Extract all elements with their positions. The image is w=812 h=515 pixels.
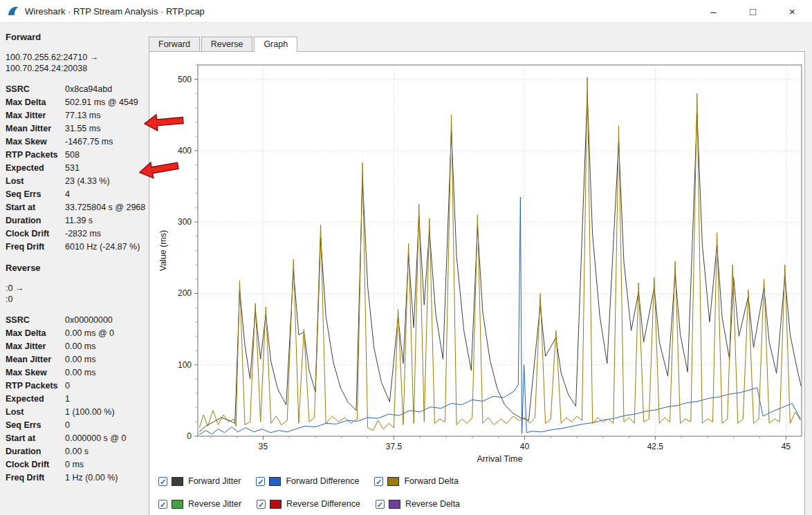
stat-row: Max Jitter77.13 ms [6, 109, 148, 122]
color-swatch-reverse-delta [389, 500, 400, 509]
checkbox-forward-difference[interactable]: ✓ [256, 477, 265, 486]
reverse-heading: Reverse [6, 263, 148, 273]
rtp-graph-chart[interactable]: 01002003004005003537.54042.545Value (ms)… [155, 57, 805, 472]
stat-row: Freq Drift1 Hz (0.00 %) [6, 471, 148, 485]
stat-row: Freq Drift6010 Hz (-24.87 %) [6, 241, 148, 254]
svg-text:Value (ms): Value (ms) [158, 230, 168, 272]
stat-label: Clock Drift [6, 227, 65, 241]
analysis-main-area: ForwardReverseGraph 01002003004005003537… [149, 37, 806, 515]
legend-row: ✓Reverse Jitter✓Reverse Difference✓Rever… [158, 497, 804, 511]
stat-row: Clock Drift-2832 ms [6, 227, 148, 241]
stat-label: Max Delta [6, 96, 65, 109]
close-button[interactable]: × [773, 0, 812, 22]
stat-row: SSRC0x00000000 [6, 314, 148, 327]
stat-value: 6010 Hz (-24.87 %) [65, 241, 148, 254]
stat-value: 502.91 ms @ 4549 [65, 96, 148, 109]
stat-row: RTP Packets0 [6, 380, 148, 393]
forward-address-destination: 100.70.254.24:20038 [6, 63, 148, 74]
stat-label: Lost [6, 175, 65, 188]
stat-label: Seq Errs [6, 419, 65, 432]
stat-row: Max Skew0.00 ms [6, 366, 148, 380]
stat-row: Max Delta502.91 ms @ 4549 [6, 96, 148, 109]
stat-row: SSRC0x8ca94abd [6, 83, 148, 96]
stat-label: SSRC [6, 83, 65, 96]
checkbox-reverse-difference[interactable]: ✓ [257, 500, 266, 509]
stat-value: 0 ms [65, 458, 148, 471]
maximize-button[interactable]: □ [733, 0, 773, 22]
stat-value: -1467.75 ms [65, 135, 148, 149]
checkbox-forward-jitter[interactable]: ✓ [158, 477, 167, 486]
stat-row: Seq Errs4 [6, 188, 148, 201]
stat-label: RTP Packets [6, 149, 65, 162]
color-swatch-forward-delta [387, 477, 399, 486]
stat-label: Start at [6, 432, 65, 445]
svg-text:Arrival Time: Arrival Time [477, 454, 523, 464]
stat-row: Mean Jitter0.00 ms [6, 353, 148, 366]
stat-value: 0.00 s [65, 445, 148, 458]
window-controls: – □ × [694, 0, 812, 22]
legend-item-reverse-jitter: ✓Reverse Jitter [158, 499, 241, 509]
stat-row: Max Delta0.00 ms @ 0 [6, 327, 148, 340]
legend-label: Forward Jitter [188, 476, 241, 486]
stat-row: Expected1 [6, 393, 148, 406]
stream-stats-sidebar: Forward 100.70.255.62:24710 → 100.70.254… [0, 22, 148, 515]
stat-value: -2832 ms [65, 227, 148, 241]
stat-label: Clock Drift [6, 458, 65, 471]
color-swatch-reverse-jitter [172, 500, 183, 509]
stat-row: Max Jitter0.00 ms [6, 340, 148, 353]
stat-label: Seq Errs [6, 188, 65, 201]
stat-row: Start at33.725804 s @ 2968 [6, 201, 148, 214]
stat-row: Duration11.39 s [6, 214, 148, 227]
reverse-address: :0 → :0 [6, 283, 148, 305]
tab-forward[interactable]: Forward [149, 37, 200, 52]
stat-value: 33.725804 s @ 2968 [65, 201, 148, 214]
stat-value: 0x00000000 [65, 314, 148, 327]
legend-label: Forward Difference [286, 476, 359, 486]
stat-row: Start at0.000000 s @ 0 [6, 432, 148, 445]
stat-row: RTP Packets508 [6, 149, 148, 162]
legend-item-forward-difference: ✓Forward Difference [256, 476, 359, 486]
checkbox-forward-delta[interactable]: ✓ [374, 477, 383, 486]
stat-value: 0x8ca94abd [65, 83, 148, 96]
tab-reverse[interactable]: Reverse [201, 37, 253, 52]
stat-label: Max Skew [6, 135, 65, 149]
stat-label: Max Jitter [6, 109, 65, 122]
stat-label: Expected [6, 162, 65, 175]
stat-label: Freq Drift [6, 471, 65, 485]
stat-value: 11.39 s [65, 214, 148, 227]
stat-value: 1 Hz (0.00 %) [65, 471, 148, 485]
reverse-stats-list: SSRC0x00000000Max Delta0.00 ms @ 0Max Ji… [6, 314, 148, 485]
wireshark-icon [7, 5, 19, 17]
stat-value: 0.00 ms [65, 353, 148, 366]
graph-pane: 01002003004005003537.54042.545Value (ms)… [149, 51, 805, 515]
checkbox-reverse-delta[interactable]: ✓ [376, 500, 385, 509]
minimize-button[interactable]: – [694, 0, 733, 22]
stat-value: 77.13 ms [65, 109, 148, 122]
stat-value: 508 [65, 149, 148, 162]
stat-row: Clock Drift0 ms [6, 458, 148, 471]
checkbox-reverse-jitter[interactable]: ✓ [158, 500, 167, 509]
stat-value: 0 [65, 419, 148, 432]
forward-heading: Forward [6, 32, 148, 42]
stat-value: 1 (100.00 %) [65, 406, 148, 419]
stat-label: Expected [6, 393, 65, 406]
stat-value: 531 [65, 162, 148, 175]
stat-value: 23 (4.33 %) [65, 175, 148, 188]
stat-row: Lost23 (4.33 %) [6, 175, 148, 188]
forward-stats-list: SSRC0x8ca94abdMax Delta502.91 ms @ 4549M… [6, 83, 148, 254]
legend-item-forward-delta: ✓Forward Delta [374, 476, 459, 486]
stat-row: Seq Errs0 [6, 419, 148, 432]
tab-graph[interactable]: Graph [254, 37, 297, 53]
stat-row: Max Skew-1467.75 ms [6, 135, 148, 149]
svg-text:37.5: 37.5 [386, 442, 403, 451]
svg-text:400: 400 [178, 146, 192, 156]
svg-text:35: 35 [259, 442, 268, 451]
svg-text:42.5: 42.5 [647, 442, 664, 451]
legend-label: Forward Delta [404, 476, 459, 486]
titlebar: Wireshark · RTP Stream Analysis · RTP.pc… [0, 0, 812, 23]
stat-label: Mean Jitter [6, 122, 65, 135]
stat-value: 0.000000 s @ 0 [65, 432, 148, 445]
legend-label: Reverse Jitter [188, 499, 241, 509]
reverse-address-source: :0 → [6, 283, 148, 294]
legend-label: Reverse Difference [286, 499, 360, 509]
